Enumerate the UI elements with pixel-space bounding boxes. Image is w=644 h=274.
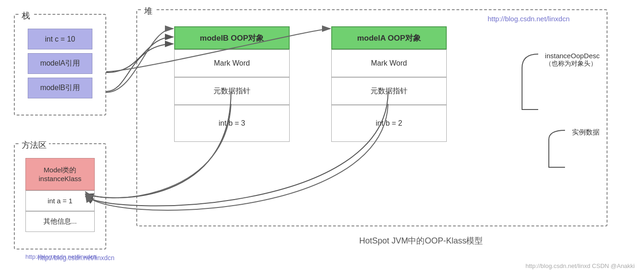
instance-oopdesc-label-group: instanceOopDesc （也称为对象头）	[541, 52, 600, 68]
modela-object: modelA OOP对象 Mark Word 元数据指针 int b = 2	[331, 26, 447, 142]
heap-box: 堆 http://blog.csdn.net/linxdcn modelB OO…	[136, 9, 608, 226]
stack-item-modela-ref: modelA引用	[28, 53, 92, 74]
stack-items: int c = 10 modelA引用 modelB引用	[15, 24, 105, 103]
modelb-object: modelB OOP对象 Mark Word 元数据指针 int b = 3	[174, 26, 290, 142]
stack-item-int-c: int c = 10	[28, 29, 92, 49]
other-info-item: 其他信息...	[25, 211, 95, 232]
instance-klass-item: Model类的 instanceKlass	[25, 158, 95, 190]
modela-int-b: int b = 2	[331, 105, 447, 142]
stack-item-modelb-ref: modelB引用	[28, 78, 92, 98]
instance-oopdesc-text: instanceOopDesc	[545, 52, 600, 60]
modelb-header: modelB OOP对象	[174, 26, 290, 49]
heap-title: 堆	[142, 6, 155, 17]
watermark: http://blog.csdn.net/linxd CSDN @Anakki	[526, 262, 635, 269]
modelb-metadata-ptr: 元数据指针	[174, 77, 290, 105]
bottom-label: HotSpot JVM中的OOP-Klass模型	[359, 235, 483, 246]
brace-oopdesc-svg	[520, 52, 543, 112]
stack-box: 栈 int c = 10 modelA引用 modelB引用	[14, 14, 106, 116]
diagram-container: 栈 int c = 10 modelA引用 modelB引用 方法区 Model…	[0, 0, 644, 274]
modela-metadata-ptr: 元数据指针	[331, 77, 447, 105]
brace-data-svg	[547, 128, 570, 170]
instance-klass-label: Model类的 instanceKlass	[39, 165, 82, 183]
instance-oopdesc-sub: （也称为对象头）	[545, 60, 600, 68]
method-area-items: Model类的 instanceKlass int a = 1 其他信息...	[15, 153, 105, 237]
modelb-int-b: int b = 3	[174, 105, 290, 142]
modela-mark-word: Mark Word	[331, 49, 447, 77]
method-area-box: 方法区 Model类的 instanceKlass int a = 1 其他信息…	[14, 143, 106, 250]
modela-header: modelA OOP对象	[331, 26, 447, 49]
method-url-below: http://blog.csdn.net/linxdcn	[25, 253, 97, 260]
heap-url: http://blog.csdn.net/linxdcn	[487, 15, 570, 23]
instance-data-label-group: 实例数据	[567, 128, 600, 137]
int-a-item: int a = 1	[25, 190, 95, 211]
modelb-mark-word: Mark Word	[174, 49, 290, 77]
instance-data-text: 实例数据	[572, 128, 600, 137]
method-area-title: 方法区	[19, 140, 49, 151]
stack-title: 栈	[19, 10, 32, 21]
